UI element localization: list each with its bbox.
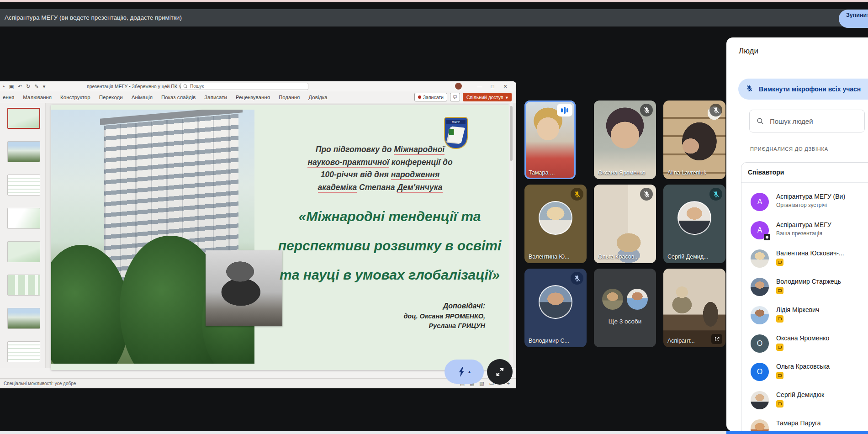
- participant-row-1[interactable]: ААспірантура МЕГУ (Ви)Організатор зустрі…: [741, 188, 868, 216]
- slide-thumbnail-5[interactable]: [7, 241, 40, 262]
- presenting-badge-icon: [776, 400, 783, 408]
- people-search-input[interactable]: Пошук людей: [749, 110, 865, 132]
- participant-row-2[interactable]: ААспірантура МЕГУВаша презентація: [741, 216, 868, 244]
- top-pink-strip: [0, 0, 868, 2]
- participant-tile-1[interactable]: Тамара ...: [524, 101, 576, 179]
- mic-off-icon: [746, 85, 753, 94]
- ppt-title-bar: ◔▣↶↻✎▾ презентація МЕГУ • Збережено у це…: [0, 81, 516, 91]
- participant-row-6[interactable]: ООксана Яроменко: [741, 329, 868, 358]
- ribbon-tab-partial[interactable]: ення: [3, 95, 14, 100]
- ppt-body: МЕГУ Про підготовку до Міжнародноїнауков…: [0, 103, 516, 368]
- participant-tile-3[interactable]: Alina Lavreniuk: [663, 101, 725, 179]
- participant-subtitle: Організатор зустрічі: [776, 202, 827, 208]
- participant-row-9[interactable]: Тамара Паруга: [741, 414, 868, 431]
- participant-avatar: [751, 391, 769, 409]
- meet-top-bar: Аспірантура МЕГУ (ви ведете презентацію,…: [0, 9, 868, 26]
- ribbon-tab-анімація[interactable]: Анімація: [132, 95, 153, 100]
- participant-avatar: [751, 249, 769, 268]
- comments-button[interactable]: 🗩: [450, 93, 460, 101]
- people-search-placeholder: Пошук людей: [770, 117, 813, 125]
- participant-tile-8[interactable]: Ще 3 особи: [594, 269, 656, 347]
- quick-access-icon[interactable]: ↶: [18, 83, 22, 90]
- slide-title-line: та науці в умовах глобалізації»: [270, 260, 509, 290]
- contributors-card: Співавтори ААспірантура МЕГУ (Ви)Організ…: [741, 162, 868, 431]
- ribbon-tab-довідка[interactable]: Довідка: [308, 95, 327, 100]
- more-people-avatars: [602, 289, 648, 310]
- slide-thumbnail-3[interactable]: [7, 175, 40, 196]
- ribbon-tab-рецензування[interactable]: Рецензування: [236, 95, 270, 100]
- participant-subtitle: Ваша презентація: [776, 230, 822, 237]
- ribbon-tab-малювання[interactable]: Малювання: [23, 95, 52, 100]
- ribbon-tab-конструктор[interactable]: Конструктор: [60, 95, 90, 100]
- participant-name-label: Валентина Ю...: [529, 254, 570, 260]
- mic-off-icon: [712, 191, 720, 198]
- participant-name: Валентина Юскович-...: [776, 249, 844, 257]
- participant-photo-avatar: [677, 201, 711, 235]
- slide-thumbnail-7[interactable]: [7, 308, 40, 329]
- participant-tile-6[interactable]: Сергій Демид...: [663, 185, 725, 263]
- slide-thumbnail-8[interactable]: [7, 341, 40, 362]
- slide-thumbnail-4[interactable]: [7, 208, 40, 229]
- mute-all-button[interactable]: Вимкнути мікрофони всіх учасн: [738, 79, 868, 100]
- contributors-header: Співавтори: [748, 169, 784, 176]
- slide-vertical-scrollbar[interactable]: [509, 103, 513, 368]
- ribbon-tab-показ-слайдів[interactable]: Показ слайдів: [161, 95, 196, 100]
- quick-access-icon[interactable]: ◔: [2, 83, 5, 90]
- participant-name: Аспірантура МЕГУ (Ви): [776, 193, 845, 200]
- participant-name: Сергій Демидюк: [776, 391, 824, 398]
- ppt-search-box[interactable]: Пошук: [180, 83, 308, 90]
- presentation-controls-button[interactable]: ▴: [445, 360, 484, 384]
- participant-tile-5[interactable]: Ольга Красов...: [594, 185, 656, 263]
- participant-name-label: Тамара ...: [529, 169, 555, 176]
- participant-name: Оксана Яроменко: [776, 334, 829, 342]
- popout-icon[interactable]: [711, 334, 722, 344]
- participant-row-5[interactable]: Лідія Міркевич: [741, 301, 868, 329]
- mic-off-indicator: [640, 104, 653, 116]
- participant-tile-2[interactable]: Оксана Яроменко: [594, 101, 656, 179]
- participant-tile-4[interactable]: Валентина Ю...: [524, 185, 587, 263]
- presenting-badge-icon: [776, 315, 783, 323]
- participant-row-8[interactable]: Сергій Демидюк: [741, 386, 868, 414]
- quick-access-toolbar[interactable]: ◔▣↶↻✎▾: [2, 83, 45, 90]
- participant-row-7[interactable]: ООльга Красовська: [741, 358, 868, 386]
- mic-off-icon: [746, 85, 753, 92]
- slide-thumbnail-6[interactable]: [7, 275, 40, 296]
- joined-section-label: ПРИЄДНАЛИСЯ ДО ДЗВІНКА: [750, 146, 828, 152]
- screenshot-root: Аспірантура МЕГУ (ви ведете презентацію,…: [0, 0, 868, 434]
- intro-line: науково-практичної конференції до: [280, 156, 481, 169]
- slide: МЕГУ Про підготовку до Міжнародноїнауков…: [51, 105, 509, 370]
- slide-intro-text: Про підготовку до Міжнародноїнауково-пра…: [280, 143, 481, 194]
- expand-fullscreen-button[interactable]: [487, 359, 513, 385]
- record-button[interactable]: Записати: [414, 93, 447, 101]
- participant-row-4[interactable]: Володимир Старжець: [741, 273, 868, 301]
- participant-tile-9[interactable]: Аспірант...: [663, 269, 725, 347]
- close-button[interactable]: ✕: [499, 81, 512, 91]
- participant-name: Володимир Старжець: [776, 278, 841, 285]
- participant-row-3[interactable]: Валентина Юскович-...: [741, 244, 868, 273]
- mic-off-indicator: [571, 188, 583, 201]
- mic-off-indicator: [571, 272, 583, 285]
- minimize-button[interactable]: —: [473, 81, 486, 91]
- slide-main-title: «Міжнародні тенденції таперспективи розв…: [270, 202, 509, 290]
- ribbon-tab-подання[interactable]: Подання: [279, 95, 300, 100]
- quick-access-icon[interactable]: ▾: [43, 83, 46, 90]
- participant-avatar: [751, 419, 769, 431]
- ribbon-tab-записати[interactable]: Записати: [204, 95, 227, 100]
- quick-access-icon[interactable]: ✎: [35, 83, 39, 90]
- participant-photo-avatar: [539, 285, 572, 319]
- share-button[interactable]: Спільний доступ▾: [463, 93, 512, 101]
- slide-thumbnail-1[interactable]: [7, 108, 40, 129]
- slide-thumbnail-2[interactable]: [7, 141, 40, 162]
- presenting-badge-icon: [776, 372, 783, 379]
- powerpoint-window: ◔▣↶↻✎▾ презентація МЕГУ • Збережено у це…: [0, 81, 516, 388]
- quick-access-icon[interactable]: ↻: [26, 83, 30, 90]
- stop-presenting-button[interactable]: Зупинити презентацію: [839, 10, 868, 28]
- slide-speakers-block: Доповідачі: доц. Оксана ЯРОМЕНКО,Руслана…: [293, 301, 485, 331]
- restore-button[interactable]: □: [486, 81, 499, 91]
- quick-access-icon[interactable]: ▣: [9, 83, 14, 90]
- account-avatar[interactable]: [455, 83, 462, 90]
- participant-tile-7[interactable]: Володимир С...: [524, 269, 587, 347]
- mic-off-icon: [573, 275, 581, 282]
- participant-avatar: [751, 278, 769, 296]
- ribbon-tab-переходи[interactable]: Переходи: [99, 95, 123, 100]
